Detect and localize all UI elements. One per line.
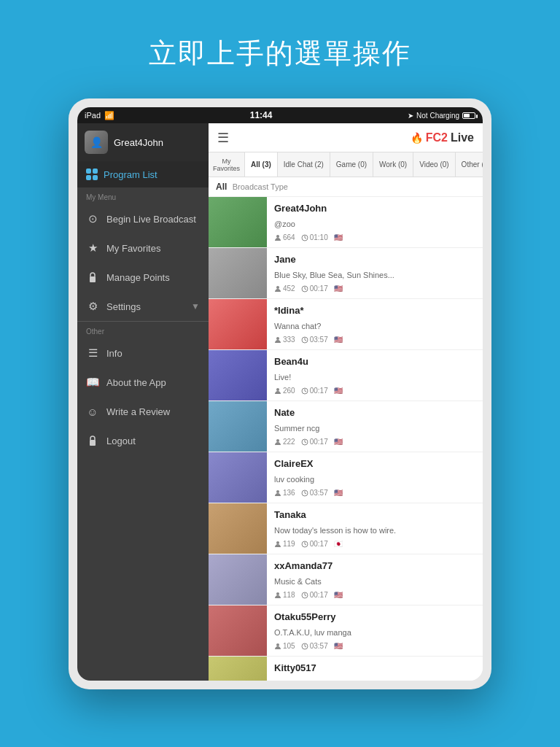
stream-info: *Idina* Wanna chat? 333 03:57 🇺🇸 (267, 299, 483, 349)
gps-icon: ➤ (408, 112, 413, 120)
stream-name: Nate (274, 407, 475, 418)
sidebar-item-program-list[interactable]: Program List (77, 161, 209, 187)
stream-time: 03:57 (301, 336, 328, 344)
stream-item[interactable]: Great4John @zoo 664 01:10 🇺🇸 (209, 197, 483, 248)
stream-info: Kitty0517 MAKEUP do's & don't 101 00:17 … (267, 657, 483, 681)
stream-meta: 333 03:57 🇺🇸 (274, 336, 475, 344)
flag-icon: 🇯🇵 (334, 540, 343, 548)
stream-description: MAKEUP do's & don't (274, 679, 475, 681)
tab-other[interactable]: Other (1) (456, 152, 483, 177)
viewer-count: 118 (274, 591, 295, 599)
svg-point-18 (276, 643, 279, 646)
stream-name: xxAmanda77 (274, 560, 475, 571)
stream-description: Summer ncg (274, 424, 475, 433)
flag-icon: 🇺🇸 (334, 336, 343, 344)
stream-item[interactable]: xxAmanda77 Music & Cats 118 00:17 🇺🇸 (209, 554, 483, 605)
write-review-label: Write a Review (106, 406, 170, 417)
stream-name: Jane (274, 254, 475, 265)
stream-description: Blue Sky, Blue Sea, Sun Shines... (274, 271, 475, 279)
stream-item[interactable]: Nate Summer ncg 222 00:17 🇺🇸 (209, 401, 483, 452)
sidebar-user[interactable]: 👤 Great4John (77, 123, 209, 161)
tab-game[interactable]: Game (0) (330, 152, 373, 177)
tab-all[interactable]: All (3) (245, 152, 278, 177)
tablet-device: iPad 📶 11:44 ➤ Not Charging 👤 Great4John (69, 98, 491, 689)
stream-item[interactable]: Otaku55Perry O.T.A.K.U, luv manga 105 03… (209, 605, 483, 657)
sidebar-item-manage-points[interactable]: Manage Points (77, 263, 209, 292)
svg-point-4 (276, 286, 279, 289)
stream-time: 00:17 (301, 591, 328, 599)
stream-name: Otaku55Perry (274, 611, 475, 622)
svg-rect-1 (90, 440, 96, 446)
tablet-screen: iPad 📶 11:44 ➤ Not Charging 👤 Great4John (77, 107, 483, 681)
sidebar-item-info[interactable]: ☰ Info (77, 338, 209, 368)
stream-item[interactable]: *Idina* Wanna chat? 333 03:57 🇺🇸 (209, 299, 483, 350)
stream-info: ClaireEX luv cooking 136 03:57 🇺🇸 (267, 452, 483, 503)
stream-name: Kitty0517 (274, 662, 475, 673)
stream-item[interactable]: Kitty0517 MAKEUP do's & don't 101 00:17 … (209, 657, 483, 681)
top-bar: ☰ 🔥 FC2 Live (209, 123, 483, 152)
tab-video[interactable]: Video (0) (413, 152, 455, 177)
sidebar-item-write-review[interactable]: ☺ Write a Review (77, 397, 209, 426)
tab-work-label: Work (0) (379, 160, 407, 169)
tab-idle-chat[interactable]: Idle Chat (2) (278, 152, 330, 177)
stream-time: 01:10 (301, 233, 328, 241)
stream-time: 03:57 (301, 642, 328, 650)
my-favorites-label: My Favorites (106, 243, 160, 254)
stream-description: Wanna chat? (274, 322, 475, 330)
flag-icon: 🇺🇸 (334, 438, 343, 446)
logout-label: Logout (106, 436, 136, 446)
main-content: ☰ 🔥 FC2 Live MyFavorites All (3) (209, 123, 483, 681)
begin-broadcast-label: Begin Live Broadcast (106, 214, 196, 225)
sidebar-item-logout[interactable]: Logout (77, 426, 209, 455)
sidebar-item-my-favorites[interactable]: ★ My Favorites (77, 233, 209, 263)
wifi-icon: 📶 (104, 111, 114, 120)
settings-left: ⚙ Settings (86, 300, 141, 313)
stream-meta: 664 01:10 🇺🇸 (274, 233, 475, 241)
logout-icon (86, 434, 99, 447)
tab-game-label: Game (0) (336, 160, 367, 169)
stream-meta: 118 00:17 🇺🇸 (274, 591, 475, 599)
tab-my-favorites[interactable]: MyFavorites (209, 152, 245, 177)
flag-icon: 🇺🇸 (334, 285, 343, 293)
flag-icon: 🇺🇸 (334, 489, 343, 497)
sidebar-item-settings[interactable]: ⚙ Settings ▼ (77, 292, 209, 321)
book-icon: 📖 (86, 376, 99, 389)
stream-thumbnail (209, 401, 267, 452)
status-left: iPad 📶 (85, 111, 114, 120)
svg-point-14 (276, 541, 279, 544)
stream-name: Bean4u (274, 356, 475, 367)
live-logo-text: Live (451, 131, 474, 144)
about-app-label: About the App (106, 377, 166, 388)
stream-thumbnail (209, 605, 267, 656)
broadcast-type-sublabel: Broadcast Type (233, 182, 288, 191)
not-charging-label: Not Charging (416, 112, 459, 120)
app-content: 👤 Great4John Program List My Menu (77, 123, 483, 681)
sidebar: 👤 Great4John Program List My Menu (77, 123, 209, 681)
viewer-count: 105 (274, 642, 295, 650)
stream-item[interactable]: Tanaka Now today's lesson is how to wire… (209, 503, 483, 554)
viewer-count: 222 (274, 438, 295, 446)
status-time: 11:44 (250, 110, 273, 120)
tab-work[interactable]: Work (0) (373, 152, 413, 177)
broadcast-icon: ⊙ (86, 212, 99, 225)
manage-points-label: Manage Points (106, 272, 170, 283)
tab-other-label: Other (1) (462, 160, 483, 169)
sidebar-item-about-app[interactable]: 📖 About the App (77, 368, 209, 397)
star-icon: ★ (86, 241, 99, 255)
tab-idle-chat-label: Idle Chat (2) (284, 160, 324, 169)
avatar: 👤 (85, 131, 108, 154)
page-title: 立即上手的選單操作 (149, 35, 411, 72)
viewer-count: 452 (274, 285, 295, 293)
hamburger-icon[interactable]: ☰ (217, 130, 229, 146)
stream-thumbnail (209, 452, 267, 503)
stream-item[interactable]: Bean4u Live! 260 00:17 🇺🇸 (209, 350, 483, 401)
stream-description: luv cooking (274, 475, 475, 484)
stream-item[interactable]: Jane Blue Sky, Blue Sea, Sun Shines... 4… (209, 248, 483, 299)
sidebar-item-begin-broadcast[interactable]: ⊙ Begin Live Broadcast (77, 204, 209, 233)
viewer-count: 333 (274, 336, 295, 344)
status-bar: iPad 📶 11:44 ➤ Not Charging (77, 107, 483, 123)
stream-item[interactable]: ClaireEX luv cooking 136 03:57 🇺🇸 (209, 452, 483, 503)
battery-icon (462, 112, 475, 119)
flag-icon: 🇺🇸 (334, 591, 343, 599)
stream-time: 00:17 (301, 540, 328, 548)
